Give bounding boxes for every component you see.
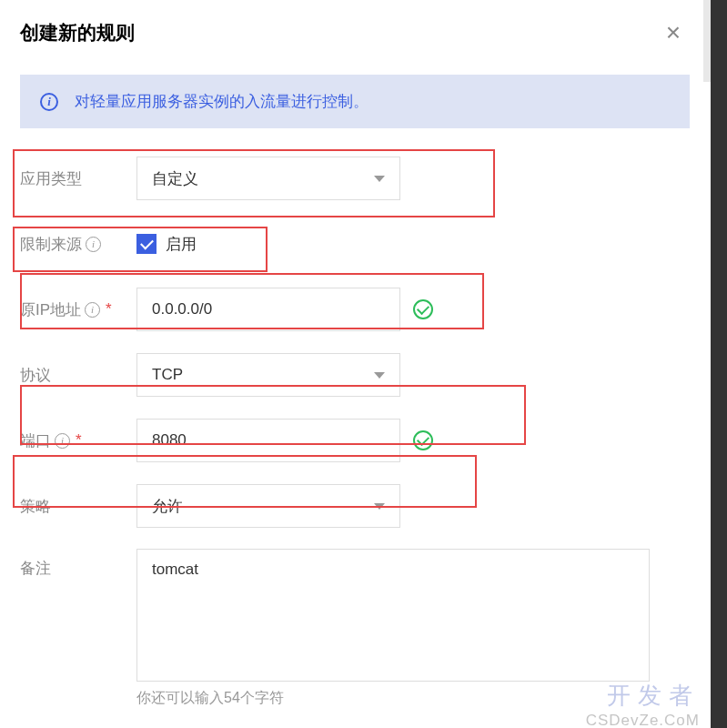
app-type-label: 应用类型 xyxy=(20,168,136,189)
source-ip-label: 原IP地址 i * xyxy=(20,299,136,320)
chevron-down-icon xyxy=(374,372,385,379)
chevron-down-icon xyxy=(374,176,385,182)
source-ip-input[interactable] xyxy=(136,288,400,331)
protocol-label: 协议 xyxy=(20,365,136,386)
required-mark: * xyxy=(76,431,82,450)
close-button[interactable]: × xyxy=(657,18,690,47)
modal-title: 创建新的规则 xyxy=(20,20,135,46)
policy-label: 策略 xyxy=(20,496,136,517)
protocol-value: TCP xyxy=(152,366,183,384)
policy-row: 策略 允许 xyxy=(20,483,690,529)
create-rule-modal: 创建新的规则 × i 对轻量应用服务器实例的入流量进行控制。 应用类型 自定义 … xyxy=(0,0,710,726)
restrict-source-checkbox-wrap: 启用 xyxy=(136,234,197,255)
info-icon[interactable]: i xyxy=(55,433,70,449)
source-ip-label-text: 原IP地址 xyxy=(20,299,81,320)
valid-check-icon xyxy=(413,299,433,319)
watermark-sub: CSDevZe.CoM xyxy=(586,712,700,728)
protocol-row: 协议 TCP xyxy=(20,352,690,398)
remark-row: 备注 xyxy=(20,549,690,682)
port-label-text: 端口 xyxy=(20,430,51,451)
modal-header: 创建新的规则 × xyxy=(20,18,690,47)
window-scrollbar-track xyxy=(711,0,727,728)
info-banner-text: 对轻量应用服务器实例的入流量进行控制。 xyxy=(75,91,369,112)
watermark: 开发者 xyxy=(607,680,700,712)
restrict-source-checkbox[interactable] xyxy=(136,234,157,254)
valid-check-icon xyxy=(413,430,433,450)
policy-value: 允许 xyxy=(152,496,183,517)
port-row: 端口 i * xyxy=(20,418,690,463)
chevron-down-icon xyxy=(374,503,385,510)
port-input[interactable] xyxy=(136,419,400,462)
restrict-source-label: 限制来源 i xyxy=(20,234,136,255)
protocol-select[interactable]: TCP xyxy=(136,353,400,397)
remark-textarea[interactable] xyxy=(136,549,650,682)
info-icon[interactable]: i xyxy=(85,302,100,318)
required-mark: * xyxy=(106,300,112,318)
policy-select[interactable]: 允许 xyxy=(136,484,400,528)
app-type-select[interactable]: 自定义 xyxy=(136,157,400,200)
app-type-value: 自定义 xyxy=(152,168,198,189)
app-type-row: 应用类型 自定义 xyxy=(20,156,690,201)
window-edge xyxy=(703,0,711,82)
info-icon[interactable]: i xyxy=(86,237,101,252)
restrict-source-row: 限制来源 i 启用 xyxy=(20,221,690,267)
source-ip-row: 原IP地址 i * xyxy=(20,287,690,332)
restrict-source-label-text: 限制来源 xyxy=(20,234,82,255)
info-icon: i xyxy=(40,93,58,111)
info-banner: i 对轻量应用服务器实例的入流量进行控制。 xyxy=(20,75,690,128)
port-label: 端口 i * xyxy=(20,430,136,451)
restrict-source-checkbox-label: 启用 xyxy=(166,234,197,255)
remark-label: 备注 xyxy=(20,549,136,579)
